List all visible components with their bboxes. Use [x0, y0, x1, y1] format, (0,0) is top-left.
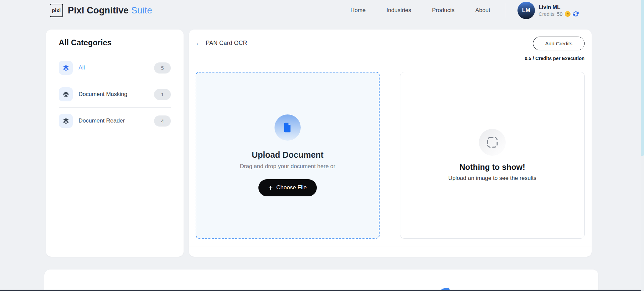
count-badge: 1 [154, 89, 171, 100]
brand-prefix: Pixl Cognitive [68, 5, 131, 15]
sidebar-item-all[interactable]: All 5 [59, 55, 171, 81]
credits-per-execution: 0.5 / Credits per Execution [525, 56, 585, 61]
sidebar-item-label: Document Masking [79, 91, 128, 98]
sidebar-item-document-reader[interactable]: Document Reader 4 [59, 108, 171, 134]
nav-item-about[interactable]: About [475, 7, 490, 14]
user-meta: Livin ML Credits 50 ★ [539, 4, 579, 17]
tool-panel: ← PAN Card OCR Add Credits 0.5 / Credits… [189, 30, 592, 257]
sidebar-item-document-masking[interactable]: Document Masking 1 [59, 81, 171, 108]
choose-file-label: Choose File [276, 184, 307, 191]
next-section-card [44, 270, 598, 291]
categories-sidebar: All Categories All 5 [46, 30, 184, 257]
nav-item-home[interactable]: Home [350, 7, 365, 14]
count-badge: 4 [154, 115, 171, 127]
credits-row: Credits 50 ★ [539, 11, 579, 17]
card-footer-divider [189, 246, 592, 246]
brand-title[interactable]: Pixl Cognitive Suite [68, 5, 152, 16]
scan-frame-icon [479, 129, 506, 156]
layers-icon [59, 87, 73, 101]
avatar-initials: LM [522, 7, 531, 14]
results-empty-title: Nothing to show! [459, 162, 525, 172]
upload-subtitle: Drag and drop your document here or [240, 163, 335, 170]
page-title: PAN Card OCR [206, 40, 247, 47]
category-list: All 5 Document Masking 1 [59, 55, 171, 134]
sidebar-item-label: All [79, 64, 85, 71]
pixl-logo-text: pixl [52, 8, 61, 13]
scrollbar-track[interactable] [641, 0, 644, 291]
user-name: Livin ML [539, 4, 579, 10]
back-navigation[interactable]: ← PAN Card OCR [195, 40, 247, 47]
upload-title: Upload Document [252, 150, 324, 160]
panel-divider [390, 72, 390, 239]
app-viewport: pixl Pixl Cognitive Suite Home Industrie… [0, 0, 644, 291]
results-panel: Nothing to show! Upload an image to see … [400, 72, 585, 239]
tool-content: Upload Document Drag and drop your docum… [189, 72, 592, 239]
sidebar-item-label: Document Reader [79, 117, 125, 124]
layers-icon [59, 61, 73, 75]
top-header: pixl Pixl Cognitive Suite Home Industrie… [0, 0, 641, 21]
bottom-edge-bar [0, 290, 644, 291]
back-arrow-icon[interactable]: ← [195, 40, 202, 46]
nav-item-industries[interactable]: Industries [387, 7, 411, 14]
avatar[interactable]: LM [517, 2, 535, 19]
user-block: LM Livin ML Credits 50 ★ [517, 2, 579, 19]
sidebar-title: All Categories [59, 38, 171, 47]
brand-accent: Suite [131, 5, 152, 15]
credits-value: 50 [557, 11, 562, 17]
layers-icon [59, 114, 73, 128]
refresh-credits-icon[interactable] [573, 11, 579, 17]
count-badge: 5 [154, 62, 171, 74]
scrollbar-thumb[interactable] [641, 0, 644, 156]
results-empty-subtitle: Upload an image to see the results [448, 175, 537, 182]
choose-file-button[interactable]: + Choose File [258, 179, 317, 196]
upload-dropzone[interactable]: Upload Document Drag and drop your docum… [196, 72, 380, 239]
add-credits-button[interactable]: Add Credits [533, 37, 585, 50]
coin-icon: ★ [565, 11, 571, 17]
plus-icon: + [268, 184, 273, 191]
pixl-logo[interactable]: pixl [50, 4, 63, 17]
main-nav: Home Industries Products About [350, 7, 490, 14]
tool-header: ← PAN Card OCR Add Credits 0.5 / Credits… [189, 30, 592, 72]
header-divider [506, 3, 506, 17]
document-icon [275, 114, 301, 141]
nav-item-products[interactable]: Products [432, 7, 454, 14]
credits-label: Credits [539, 11, 555, 17]
